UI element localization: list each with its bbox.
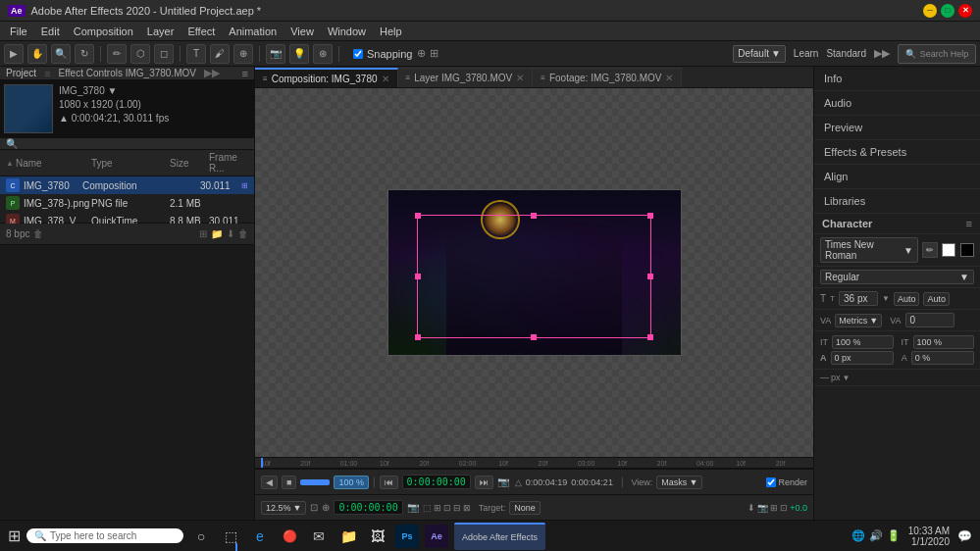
handle-bm[interactable] xyxy=(531,334,537,340)
char-color-swatch-black[interactable] xyxy=(960,243,974,257)
taskbar-active-app[interactable]: Adobe After Effects xyxy=(454,523,545,550)
playhead-pos[interactable] xyxy=(261,458,263,468)
menu-effect[interactable]: Effect xyxy=(181,24,221,39)
menu-layer[interactable]: Layer xyxy=(141,24,181,39)
menu-composition[interactable]: Composition xyxy=(68,24,139,39)
project-search-input[interactable] xyxy=(18,138,248,149)
play-button[interactable]: ◀ xyxy=(261,476,278,489)
tsume-field[interactable]: 0 % xyxy=(911,351,974,365)
new-composition-icon[interactable]: ⊞ xyxy=(199,228,207,239)
metrics-dropdown[interactable]: Metrics ▼ xyxy=(835,314,882,327)
timecode-bottom[interactable]: 0:00:00:00 xyxy=(334,500,402,515)
close-button[interactable]: ✕ xyxy=(958,4,972,18)
handle-tm[interactable] xyxy=(531,213,537,219)
effect-controls-tab[interactable]: Effect Controls IMG_3780.MOV xyxy=(59,68,196,78)
tool-pen[interactable]: ✏ xyxy=(107,44,127,64)
handle-br[interactable] xyxy=(647,334,653,340)
channels-icon[interactable]: ⊠ xyxy=(463,503,471,513)
taskbar-search-box[interactable]: 🔍 Type here to search xyxy=(26,528,183,543)
tool-puppet[interactable]: ⊛ xyxy=(313,44,333,64)
right-item-info[interactable]: Info xyxy=(814,67,980,91)
grid-icon[interactable]: ⊟ xyxy=(453,503,461,513)
taskbar-cortana[interactable]: ○ xyxy=(189,525,213,548)
tool-camera[interactable]: 📷 xyxy=(266,44,285,64)
project-item-1[interactable]: P IMG_378-).png PNG file 2.1 MB xyxy=(0,194,254,212)
tab-close-icon[interactable]: ✕ xyxy=(382,74,389,84)
taskbar-ps[interactable]: Ps xyxy=(395,525,419,548)
channel-icon[interactable]: ⊞ xyxy=(770,503,778,513)
handle-rm[interactable] xyxy=(647,274,653,279)
char-color-swatch-white[interactable] xyxy=(942,243,955,257)
search-icon-btn[interactable]: 🔍 Search Help xyxy=(898,44,976,64)
render-toggle[interactable] xyxy=(766,477,776,487)
panel-menu-icon[interactable]: ≡ xyxy=(242,68,248,79)
exposure-icon[interactable]: +0.0 xyxy=(790,503,807,513)
menu-window[interactable]: Window xyxy=(322,24,372,39)
footer-icon1[interactable]: 🗑 xyxy=(33,228,43,239)
right-item-audio[interactable]: Audio xyxy=(814,91,980,116)
mask-icon[interactable]: ⊞ xyxy=(434,503,441,513)
font-edit-icon[interactable]: ✏ xyxy=(922,242,938,258)
layer-tab-close-icon[interactable]: ✕ xyxy=(516,73,524,83)
vert-scale-field[interactable]: 100 % xyxy=(832,335,894,349)
font-select[interactable]: Times New Roman ▼ xyxy=(820,237,918,263)
camera-icon[interactable]: 📷 xyxy=(497,476,509,487)
learn-label[interactable]: Learn xyxy=(794,48,819,59)
transparency-icon[interactable]: ⬚ xyxy=(423,503,432,513)
stop-button[interactable]: ■ xyxy=(282,476,296,489)
tool-paint[interactable]: 🖌 xyxy=(210,44,230,64)
character-menu-icon[interactable]: ≡ xyxy=(966,218,972,229)
delete-icon[interactable]: 🗑 xyxy=(238,228,248,239)
windows-icon[interactable]: ⊞ xyxy=(8,526,21,545)
snapshot-icon[interactable]: 📷 xyxy=(757,503,768,513)
horiz-scale-field[interactable]: 100 % xyxy=(913,335,975,349)
taskbar-task-view[interactable]: ⬚ xyxy=(219,525,242,548)
taskbar-clock[interactable]: 10:33 AM 1/1/2020 xyxy=(908,526,950,547)
tab-footage[interactable]: ≡ Footage: IMG_3780.MOV ✕ xyxy=(533,68,682,87)
style-select[interactable]: Regular ▼ xyxy=(820,270,974,284)
font-size-field[interactable]: 36 px xyxy=(839,291,878,306)
taskbar-edge[interactable]: e xyxy=(248,525,272,548)
more-options-icon[interactable]: ▶▶ xyxy=(874,47,890,60)
rewind-button[interactable]: ⏮ xyxy=(380,476,398,489)
target-dropdown[interactable]: None xyxy=(509,501,541,515)
tracking-field[interactable]: 0 xyxy=(905,313,954,327)
new-folder-icon[interactable]: 📁 xyxy=(211,228,223,239)
overlay-icon[interactable]: ⊡ xyxy=(443,503,451,513)
standard-label[interactable]: Standard xyxy=(826,48,866,59)
export-icon[interactable]: ⬇ xyxy=(748,503,755,513)
menu-edit[interactable]: Edit xyxy=(35,24,66,39)
right-item-libraries[interactable]: Libraries xyxy=(814,189,980,214)
tool-shape[interactable]: ◻ xyxy=(154,44,174,64)
tool-text[interactable]: T xyxy=(186,44,206,64)
battery-icon[interactable]: 🔋 xyxy=(887,529,901,542)
camera-bottom-icon[interactable]: 📷 xyxy=(407,502,419,513)
taskbar-explorer[interactable]: 📁 xyxy=(336,525,360,548)
menu-help[interactable]: Help xyxy=(374,24,408,39)
project-item-0[interactable]: C IMG_3780 Composition 30.011 ⊞ xyxy=(0,176,254,194)
tool-mask[interactable]: ⬡ xyxy=(130,44,150,64)
tool-zoom[interactable]: 🔍 xyxy=(51,44,71,64)
right-item-preview[interactable]: Preview xyxy=(814,116,980,140)
zoom-control[interactable]: 12.5% ▼ xyxy=(261,501,306,515)
view-dropdown[interactable]: Masks ▼ xyxy=(656,476,702,489)
notification-icon[interactable]: 💬 xyxy=(957,529,972,543)
snapping-checkbox[interactable] xyxy=(353,49,363,59)
maximize-button[interactable]: □ xyxy=(941,4,954,18)
tool-rotate[interactable]: ↻ xyxy=(75,44,94,64)
tool-hand[interactable]: ✋ xyxy=(27,44,47,64)
network-icon[interactable]: 🌐 xyxy=(851,529,865,542)
taskbar-ae[interactable]: Ae xyxy=(425,525,448,548)
expand-icon[interactable]: ▶▶ xyxy=(204,67,220,79)
tab-composition[interactable]: ≡ Composition: IMG_3780 ✕ xyxy=(255,68,398,87)
handle-tl[interactable] xyxy=(415,213,421,219)
minimize-button[interactable]: ─ xyxy=(923,4,937,18)
default-dropdown[interactable]: Default ▼ xyxy=(733,45,786,63)
taskbar-photos[interactable]: 🖼 xyxy=(366,525,389,548)
current-timecode[interactable]: 0:00:00:00 xyxy=(402,475,471,489)
tool-select[interactable]: ▶ xyxy=(4,44,24,64)
snap-icon[interactable]: ⊕ xyxy=(322,502,330,513)
fit-icon[interactable]: ⊡ xyxy=(310,502,318,513)
handle-tr[interactable] xyxy=(647,213,653,219)
taskbar-mail[interactable]: ✉ xyxy=(307,525,331,548)
